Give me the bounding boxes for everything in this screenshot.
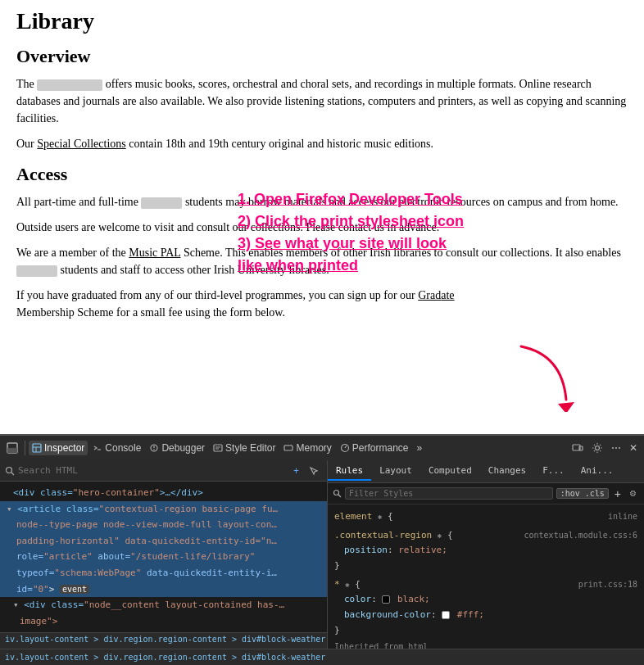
debugger-tab-btn[interactable]: Debugger [146,441,208,455]
devtools-toolbar: Inspector Console Debugger Style Edito [0,434,644,460]
source-contextual: contextual.module.css:6 [524,528,637,542]
memory-icon [283,443,293,453]
tree-line-cont-1[interactable]: node--type-page node--view-mode-full lay… [0,517,327,533]
style-editor-label: Style Editor [225,442,275,454]
overlay-line-3: 3) See what your site will look [238,233,464,255]
more-tools-btn[interactable]: » [414,441,426,455]
filter-icon [333,489,342,498]
responsive-btn[interactable] [569,441,587,455]
html-breadcrumb: iv.layout-content > div.region.region-co… [0,632,327,649]
style-rule-star: * ✱ { print.css:18 color: black; backgro… [328,576,644,640]
overview-paragraph-1: The offers music books, scores, orchestr… [16,75,628,127]
tree-line-cont-5[interactable]: id="0"> event [0,581,327,598]
music-pal-link[interactable]: Music PAL [129,247,180,259]
tab-rules[interactable]: Rules [328,462,371,481]
pseudo-class-btn[interactable]: :hov .cls [556,488,609,499]
memory-tab-btn[interactable]: Memory [280,441,334,455]
settings-styles-btn[interactable]: ⚙ [627,488,639,499]
tab-layout[interactable]: Layout [371,462,420,481]
toolbar-separator-1 [25,441,25,455]
overlay-line-4: like when printed [238,255,464,277]
redacted-1 [37,79,102,91]
search-html-input[interactable] [18,465,287,476]
bottom-breadcrumb-text: iv.layout-content > div.region.region-co… [5,653,325,662]
redacted-3 [16,265,57,277]
responsive-icon [572,442,583,454]
tree-line-cont-4[interactable]: typeof="schema:WebPage" data-quickedit-e… [0,565,327,581]
performance-icon [340,443,350,453]
devtools-panel: Inspector Console Debugger Style Edito [0,434,644,665]
inspector-icon [32,443,42,453]
styles-content: element ✱ { inline .contextual-region ✱ … [328,504,644,649]
performance-tab-btn[interactable]: Performance [337,441,412,455]
svg-point-23 [334,491,339,495]
html-tree: <div class="hero-container">…</div> ▾ <a… [0,482,327,632]
add-rule-btn[interactable]: + [612,487,624,500]
inspector-tab-btn[interactable]: Inspector [29,441,88,455]
color-swatch-black[interactable] [382,595,390,604]
tab-animations[interactable]: Ani... [573,462,622,481]
devtools-dock-btn[interactable] [3,441,21,455]
style-editor-tab-btn[interactable]: Style Editor [210,441,279,455]
source-print18: print.css:18 [578,577,637,591]
color-swatch-white[interactable] [442,611,450,619]
svg-rect-10 [214,445,222,451]
memory-label: Memory [296,442,331,454]
tree-line-selected[interactable]: ▾ <article class="contextual-region basi… [0,501,327,518]
styles-tabs: Rules Layout Computed Changes F... Ani..… [328,460,644,483]
close-devtools-btn[interactable]: ✕ [626,441,641,455]
overflow-btn[interactable]: ⋯ [608,441,624,455]
html-panel: + <div class="hero-container">…</div> ▾ … [0,460,328,649]
html-tag-span: <div class= [13,487,73,498]
pick-element-btn[interactable] [306,464,322,477]
styles-filter-bar: :hov .cls + ⚙ [328,483,644,504]
inherited-label: Inherited from html [328,640,644,649]
special-collections-link[interactable]: Special Collections [37,138,125,150]
style-rule-element: element ✱ { inline [328,508,644,527]
tree-line-cont-3[interactable]: role="article" about="/student-life/libr… [0,549,327,565]
console-tab-btn[interactable]: Console [89,441,144,455]
inspector-label: Inspector [44,442,84,454]
dock-icon [7,442,18,454]
svg-line-22 [11,473,14,475]
styles-panel: Rules Layout Computed Changes F... Ani..… [328,460,644,649]
svg-rect-2 [7,448,17,453]
tree-line-image[interactable]: image"> [0,613,327,630]
svg-point-21 [7,467,12,473]
tab-fonts[interactable]: F... [534,462,573,481]
devtools-bottom-breadcrumb: iv.layout-content > div.region.region-co… [0,649,644,665]
svg-rect-3 [33,444,41,452]
page-title: Library [16,8,628,34]
console-icon [93,443,102,453]
tree-line-cont-2[interactable]: padding-horizontal" data-quickedit-entit… [0,533,327,550]
style-rule-contextual: .contextual-region ✱ { contextual.module… [328,527,644,576]
settings-icon [592,442,603,454]
svg-line-24 [338,495,341,497]
svg-point-9 [154,449,156,450]
graduate-link-2[interactable]: ate [441,289,454,301]
access-paragraph-4: If you have graduated from any of our th… [16,287,628,321]
tree-line-div[interactable]: ▾ <div class="node__content layout-conta… [0,597,327,613]
add-node-btn[interactable]: + [290,464,302,478]
tab-computed[interactable]: Computed [420,462,480,481]
redacted-2 [141,197,182,209]
graduate-link[interactable]: Grad [418,289,441,301]
tab-changes[interactable]: Changes [480,462,534,481]
tree-line[interactable]: <div class="hero-container">…</div> [0,485,327,501]
console-label: Console [105,442,141,454]
overlay-line-1: 1. Open Firefox Developer Tools [238,188,464,210]
event-badge: event [60,585,89,594]
debugger-label: Debugger [161,442,205,454]
settings-btn[interactable] [588,441,606,455]
close-label: ✕ [629,442,637,454]
debugger-icon [149,443,159,453]
section-heading-access: Access [16,164,628,185]
style-editor-icon [213,443,223,453]
pick-icon [309,466,319,476]
filter-styles-input[interactable] [345,487,553,500]
source-inline: inline [608,509,637,523]
performance-label: Performance [352,442,409,454]
svg-point-20 [596,446,600,450]
svg-rect-13 [284,446,293,450]
html-search-bar: + [0,460,327,482]
